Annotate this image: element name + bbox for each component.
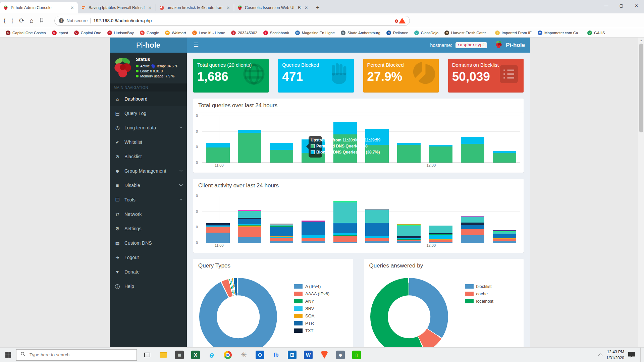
- sidebar-item-settings[interactable]: ⚙Settings: [110, 221, 187, 236]
- summary-card-pie[interactable]: Percent Blocked27.9%: [363, 59, 439, 93]
- tab-close-icon[interactable]: ✕: [70, 5, 74, 10]
- sidebar-item-group-management[interactable]: ☻Group Management: [110, 164, 187, 178]
- legend-item[interactable]: PTR: [294, 321, 329, 326]
- sidebar-item-whitelist[interactable]: ✔Whitelist: [110, 135, 187, 149]
- bookmark-item[interactable]: LLose It! - Home: [190, 29, 228, 36]
- stacked-bar[interactable]: [333, 201, 357, 243]
- stacked-bar[interactable]: [206, 223, 229, 243]
- url-text[interactable]: 192.168.0.8/admin/index.php: [93, 18, 393, 23]
- sidebar-item-disable[interactable]: ■Disable: [110, 178, 187, 192]
- bookmark-icon[interactable]: [39, 17, 44, 24]
- summary-card-list[interactable]: Domains on Blocklist50,039: [448, 59, 524, 93]
- stacked-bar[interactable]: [238, 210, 261, 243]
- client-activity-chart[interactable]: 000011:0012:00: [202, 196, 520, 243]
- sidebar-item-custom-dns[interactable]: ▦Custom DNS: [110, 236, 187, 250]
- bookmark-item[interactable]: CCapital One Costco: [3, 29, 48, 36]
- summary-card-globe[interactable]: Total queries (20 clients)1,686: [193, 59, 269, 93]
- bookmark-item[interactable]: IImported From IE: [493, 29, 534, 36]
- task-view-icon[interactable]: [143, 351, 152, 359]
- page-scrollbar[interactable]: ▲: [638, 38, 644, 347]
- calculator-icon[interactable]: ▦: [175, 351, 184, 359]
- bookmark-item[interactable]: WWalmart: [163, 29, 188, 36]
- pihole-logo[interactable]: Pi-hole: [110, 38, 187, 53]
- bookmark-item[interactable]: SScotiabank: [261, 29, 291, 36]
- maximize-button[interactable]: ▢: [614, 0, 629, 11]
- bookmark-item[interactable]: CCapital One: [72, 29, 104, 36]
- legend-item[interactable]: localhost: [465, 299, 493, 304]
- stacked-bar[interactable]: [206, 143, 229, 163]
- bookmark-item[interactable]: MMagasine En Ligne: [293, 29, 337, 36]
- legend-item[interactable]: AAAA (IPv6): [294, 291, 329, 296]
- bookmark-item[interactable]: MMapometer.com Ca...: [535, 29, 584, 36]
- stacked-bar[interactable]: [493, 151, 516, 163]
- action-center-icon[interactable]: [628, 352, 635, 358]
- bookmark-item[interactable]: CClassDojo: [412, 29, 441, 36]
- search-input[interactable]: [29, 352, 132, 358]
- browser-tab[interactable]: Saving Iptables Firewall Rules Perm✕: [78, 2, 156, 13]
- bookmark-item[interactable]: 2203245002: [229, 29, 260, 36]
- back-button[interactable]: ⟨: [3, 17, 6, 24]
- legend-item[interactable]: A (IPv4): [294, 284, 329, 289]
- show-desktop-button[interactable]: [640, 348, 642, 362]
- stacked-bar[interactable]: [365, 209, 389, 243]
- word-icon[interactable]: W: [304, 351, 313, 359]
- browser-tab[interactable]: Cosmetic Issues on Web UI - Beta✕: [234, 2, 312, 13]
- stacked-bar[interactable]: [461, 137, 484, 163]
- bookmark-item[interactable]: RReliance: [384, 29, 411, 36]
- bookmark-item[interactable]: Eepost: [50, 29, 70, 36]
- sidebar-item-blacklist[interactable]: ⊘Blacklist: [110, 149, 187, 164]
- sidebar-item-donate[interactable]: ♥Donate: [110, 264, 187, 279]
- stacked-bar[interactable]: [302, 221, 325, 243]
- tab-close-icon[interactable]: ✕: [226, 5, 230, 10]
- legend-item[interactable]: blocklist: [465, 284, 493, 289]
- taskbar-search[interactable]: [16, 349, 137, 361]
- legend-item[interactable]: TXT: [294, 328, 329, 333]
- stacked-bar[interactable]: [270, 143, 293, 163]
- sidebar-item-dashboard[interactable]: ⌂Dashboard: [110, 92, 187, 106]
- sidebar-item-query-log[interactable]: ▤Query Log: [110, 106, 187, 120]
- bookmark-item[interactable]: HHudsonBay: [105, 29, 136, 36]
- bookmark-item[interactable]: SSkate Amherstburg: [338, 29, 383, 36]
- settings-asterisk-icon[interactable]: ✳: [239, 351, 248, 359]
- sidebar-toggle-icon[interactable]: ☰: [192, 42, 200, 49]
- brave-icon[interactable]: [320, 351, 329, 359]
- stacked-bar[interactable]: [238, 130, 261, 163]
- outlook-icon[interactable]: O: [256, 351, 264, 359]
- stacked-bar[interactable]: [429, 226, 452, 243]
- start-button[interactable]: [0, 348, 16, 362]
- sidebar-item-long-term-data[interactable]: ◷Long term data: [110, 120, 187, 135]
- legend-item[interactable]: cache: [465, 291, 493, 296]
- sidebar-item-network[interactable]: ⇄Network: [110, 207, 187, 221]
- sidebar-item-help[interactable]: ?Help: [110, 279, 187, 293]
- chrome-icon[interactable]: [223, 351, 232, 359]
- close-button[interactable]: ✕: [629, 0, 644, 11]
- legend-item[interactable]: SOA: [294, 313, 329, 318]
- bookmark-item[interactable]: HHarvest Fresh Cater...: [442, 29, 491, 36]
- stacked-bar[interactable]: [270, 224, 293, 243]
- queries-answered-donut[interactable]: [370, 278, 448, 347]
- file-explorer-icon[interactable]: [159, 351, 168, 359]
- query-types-donut[interactable]: [199, 278, 277, 347]
- minimize-button[interactable]: —: [599, 0, 614, 11]
- internet-explorer-icon[interactable]: e: [207, 351, 216, 359]
- excel-icon[interactable]: X: [191, 351, 200, 359]
- taskbar-clock[interactable]: 12:43 PM 1/31/2020: [606, 349, 624, 361]
- scrollbar-thumb[interactable]: [639, 44, 643, 132]
- stacked-bar[interactable]: [365, 129, 389, 163]
- stacked-bar[interactable]: [397, 143, 421, 163]
- stacked-bar[interactable]: [461, 216, 484, 243]
- phone-icon[interactable]: ▯: [352, 351, 361, 359]
- bookmark-item[interactable]: GGoogle: [138, 29, 161, 36]
- scroll-up-icon[interactable]: ▲: [638, 38, 644, 43]
- microsoft-store-icon[interactable]: ⊞: [288, 351, 297, 359]
- sidebar-item-tools[interactable]: ❐Tools: [110, 192, 187, 207]
- hidden-icons-chevron-icon[interactable]: [598, 353, 602, 358]
- tab-close-icon[interactable]: ✕: [148, 5, 152, 10]
- summary-card-hand[interactable]: Queries Blocked471: [278, 59, 354, 93]
- tab-close-icon[interactable]: ✕: [304, 5, 309, 10]
- browser-tab[interactable]: Pi-hole Admin Console✕: [0, 2, 78, 13]
- sidebar-item-logout[interactable]: ➔Logout: [110, 250, 187, 264]
- browser-tab[interactable]: amazon firestick tv 4k auto frame r✕: [156, 2, 234, 13]
- stacked-bar[interactable]: [397, 224, 421, 243]
- bookmark-item[interactable]: GGAHS: [585, 29, 607, 36]
